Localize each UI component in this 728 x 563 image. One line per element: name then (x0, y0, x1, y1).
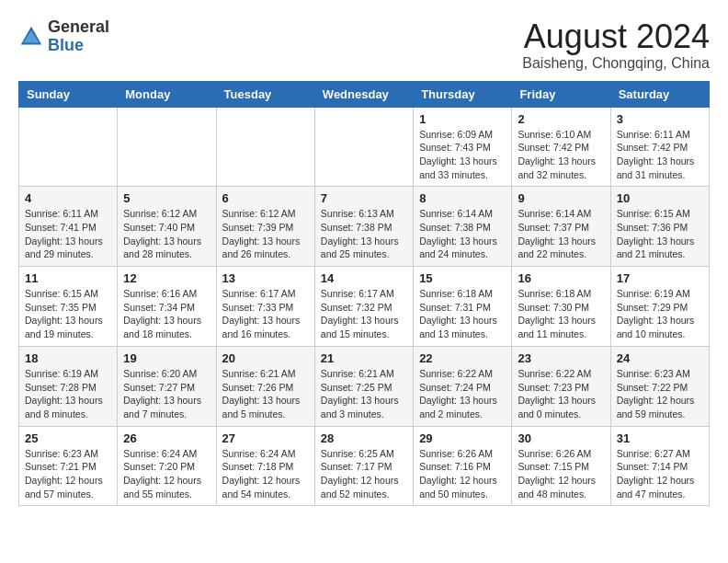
location: Baisheng, Chongqing, China (522, 55, 710, 72)
day-info: Sunrise: 6:26 AM Sunset: 7:15 PM Dayligh… (518, 447, 604, 501)
day-info: Sunrise: 6:22 AM Sunset: 7:23 PM Dayligh… (518, 367, 604, 421)
day-info: Sunrise: 6:10 AM Sunset: 7:42 PM Dayligh… (518, 128, 604, 182)
day-number: 1 (419, 112, 506, 126)
day-number: 22 (419, 351, 506, 365)
day-number: 4 (25, 191, 111, 205)
day-number: 27 (222, 431, 309, 445)
day-info: Sunrise: 6:27 AM Sunset: 7:14 PM Dayligh… (617, 447, 703, 501)
day-info: Sunrise: 6:11 AM Sunset: 7:42 PM Dayligh… (617, 128, 703, 182)
day-info: Sunrise: 6:19 AM Sunset: 7:28 PM Dayligh… (25, 367, 111, 421)
calendar-cell (118, 107, 216, 187)
day-number: 6 (222, 191, 309, 205)
day-info: Sunrise: 6:23 AM Sunset: 7:21 PM Dayligh… (25, 447, 111, 501)
calendar-cell: 13Sunrise: 6:17 AM Sunset: 7:33 PM Dayli… (216, 267, 314, 347)
calendar-cell (19, 107, 118, 187)
day-info: Sunrise: 6:12 AM Sunset: 7:40 PM Dayligh… (123, 207, 210, 261)
calendar-cell: 20Sunrise: 6:21 AM Sunset: 7:26 PM Dayli… (216, 346, 314, 426)
day-number: 25 (25, 431, 111, 445)
day-info: Sunrise: 6:12 AM Sunset: 7:39 PM Dayligh… (222, 207, 309, 261)
day-info: Sunrise: 6:13 AM Sunset: 7:38 PM Dayligh… (321, 207, 407, 261)
day-info: Sunrise: 6:16 AM Sunset: 7:34 PM Dayligh… (123, 287, 210, 341)
day-info: Sunrise: 6:09 AM Sunset: 7:43 PM Dayligh… (419, 128, 506, 182)
calendar-cell: 11Sunrise: 6:15 AM Sunset: 7:35 PM Dayli… (19, 267, 118, 347)
day-of-week-header: Saturday (610, 81, 709, 107)
day-info: Sunrise: 6:22 AM Sunset: 7:24 PM Dayligh… (419, 367, 506, 421)
calendar-cell: 30Sunrise: 6:26 AM Sunset: 7:15 PM Dayli… (512, 426, 610, 506)
logo-blue: Blue (48, 36, 84, 54)
day-number: 10 (617, 191, 703, 205)
day-info: Sunrise: 6:17 AM Sunset: 7:33 PM Dayligh… (222, 287, 309, 341)
day-number: 19 (123, 351, 210, 365)
day-info: Sunrise: 6:14 AM Sunset: 7:37 PM Dayligh… (518, 207, 604, 261)
day-number: 5 (123, 191, 210, 205)
day-number: 14 (321, 271, 407, 285)
calendar-week-row: 18Sunrise: 6:19 AM Sunset: 7:28 PM Dayli… (19, 346, 710, 426)
day-number: 24 (617, 351, 703, 365)
calendar-cell: 10Sunrise: 6:15 AM Sunset: 7:36 PM Dayli… (610, 187, 709, 267)
day-of-week-header: Monday (118, 81, 216, 107)
day-of-week-header: Sunday (19, 81, 118, 107)
day-number: 30 (518, 431, 604, 445)
day-number: 2 (518, 112, 604, 126)
day-of-week-header: Thursday (414, 81, 512, 107)
calendar-cell: 18Sunrise: 6:19 AM Sunset: 7:28 PM Dayli… (19, 346, 118, 426)
calendar-week-row: 1Sunrise: 6:09 AM Sunset: 7:43 PM Daylig… (19, 107, 710, 187)
calendar-cell: 4Sunrise: 6:11 AM Sunset: 7:41 PM Daylig… (19, 187, 118, 267)
logo-general: General (48, 17, 109, 36)
calendar-cell: 8Sunrise: 6:14 AM Sunset: 7:38 PM Daylig… (414, 187, 512, 267)
day-of-week-header: Friday (512, 81, 610, 107)
calendar-cell: 3Sunrise: 6:11 AM Sunset: 7:42 PM Daylig… (610, 107, 709, 187)
calendar-cell: 16Sunrise: 6:18 AM Sunset: 7:30 PM Dayli… (512, 267, 610, 347)
day-number: 15 (419, 271, 506, 285)
day-number: 29 (419, 431, 506, 445)
calendar-cell: 26Sunrise: 6:24 AM Sunset: 7:20 PM Dayli… (118, 426, 216, 506)
title-block: August 2024 Baisheng, Chongqing, China (522, 18, 710, 72)
day-info: Sunrise: 6:14 AM Sunset: 7:38 PM Dayligh… (419, 207, 506, 261)
calendar-cell: 7Sunrise: 6:13 AM Sunset: 7:38 PM Daylig… (314, 187, 413, 267)
day-number: 9 (518, 191, 604, 205)
day-number: 18 (25, 351, 111, 365)
calendar-cell: 12Sunrise: 6:16 AM Sunset: 7:34 PM Dayli… (118, 267, 216, 347)
calendar-cell: 2Sunrise: 6:10 AM Sunset: 7:42 PM Daylig… (512, 107, 610, 187)
calendar-week-row: 4Sunrise: 6:11 AM Sunset: 7:41 PM Daylig… (19, 187, 710, 267)
day-number: 16 (518, 271, 604, 285)
day-info: Sunrise: 6:21 AM Sunset: 7:26 PM Dayligh… (222, 367, 309, 421)
calendar-body: 1Sunrise: 6:09 AM Sunset: 7:43 PM Daylig… (19, 107, 710, 506)
day-info: Sunrise: 6:24 AM Sunset: 7:18 PM Dayligh… (222, 447, 309, 501)
calendar-cell: 24Sunrise: 6:23 AM Sunset: 7:22 PM Dayli… (610, 346, 709, 426)
day-info: Sunrise: 6:26 AM Sunset: 7:16 PM Dayligh… (419, 447, 506, 501)
calendar-header-row: SundayMondayTuesdayWednesdayThursdayFrid… (19, 81, 710, 107)
day-number: 3 (617, 112, 703, 126)
day-number: 21 (321, 351, 407, 365)
day-number: 26 (123, 431, 210, 445)
month-year: August 2024 (522, 18, 710, 55)
day-number: 17 (617, 271, 703, 285)
calendar-cell: 23Sunrise: 6:22 AM Sunset: 7:23 PM Dayli… (512, 346, 610, 426)
day-number: 11 (25, 271, 111, 285)
day-info: Sunrise: 6:25 AM Sunset: 7:17 PM Dayligh… (321, 447, 407, 501)
calendar-cell (216, 107, 314, 187)
calendar-week-row: 25Sunrise: 6:23 AM Sunset: 7:21 PM Dayli… (19, 426, 710, 506)
calendar-cell: 19Sunrise: 6:20 AM Sunset: 7:27 PM Dayli… (118, 346, 216, 426)
day-number: 7 (321, 191, 407, 205)
day-info: Sunrise: 6:24 AM Sunset: 7:20 PM Dayligh… (123, 447, 210, 501)
day-info: Sunrise: 6:18 AM Sunset: 7:31 PM Dayligh… (419, 287, 506, 341)
logo: General Blue (18, 18, 109, 55)
calendar-cell: 17Sunrise: 6:19 AM Sunset: 7:29 PM Dayli… (610, 267, 709, 347)
day-info: Sunrise: 6:19 AM Sunset: 7:29 PM Dayligh… (617, 287, 703, 341)
calendar-cell: 1Sunrise: 6:09 AM Sunset: 7:43 PM Daylig… (414, 107, 512, 187)
day-number: 20 (222, 351, 309, 365)
day-number: 23 (518, 351, 604, 365)
day-number: 28 (321, 431, 407, 445)
day-of-week-header: Wednesday (314, 81, 413, 107)
calendar-table: SundayMondayTuesdayWednesdayThursdayFrid… (18, 81, 710, 507)
calendar-cell: 31Sunrise: 6:27 AM Sunset: 7:14 PM Dayli… (610, 426, 709, 506)
calendar-week-row: 11Sunrise: 6:15 AM Sunset: 7:35 PM Dayli… (19, 267, 710, 347)
logo-text: General Blue (48, 18, 109, 55)
page-header: General Blue August 2024 Baisheng, Chong… (18, 18, 710, 72)
day-info: Sunrise: 6:11 AM Sunset: 7:41 PM Dayligh… (25, 207, 111, 261)
calendar-cell (314, 107, 413, 187)
day-info: Sunrise: 6:23 AM Sunset: 7:22 PM Dayligh… (617, 367, 703, 421)
day-of-week-header: Tuesday (216, 81, 314, 107)
calendar-cell: 29Sunrise: 6:26 AM Sunset: 7:16 PM Dayli… (414, 426, 512, 506)
